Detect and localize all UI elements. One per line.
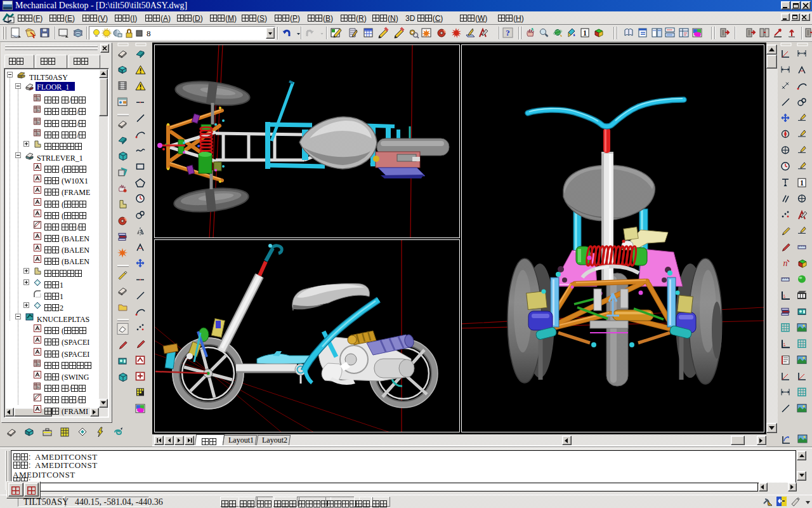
svg-text:1: 1: [800, 178, 804, 187]
svg-text:n: n: [783, 258, 788, 268]
